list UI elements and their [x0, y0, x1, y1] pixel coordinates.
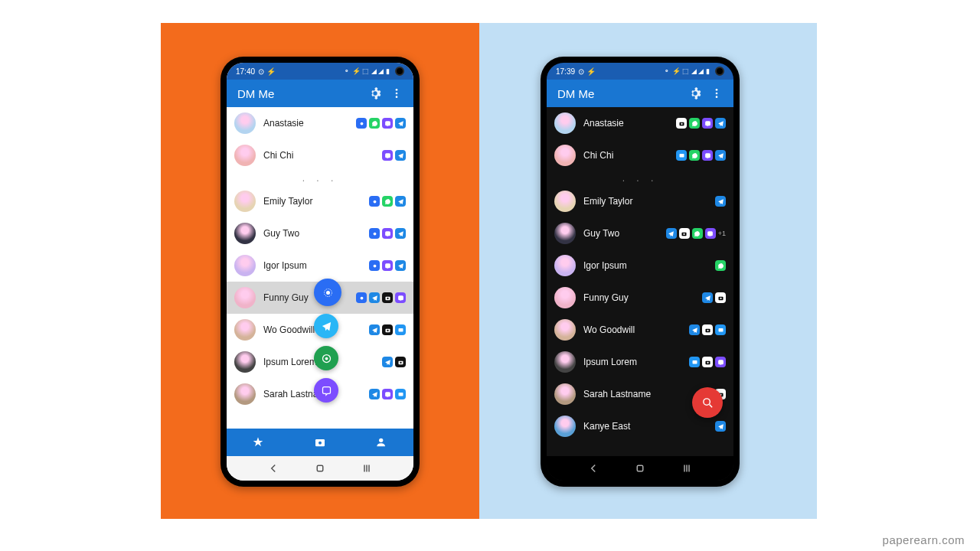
contact-row[interactable]: Funny Guy	[547, 282, 733, 314]
telegram-icon[interactable]	[395, 118, 406, 129]
camera-icon[interactable]	[702, 357, 713, 367]
viber-icon[interactable]	[705, 228, 716, 239]
nav-back[interactable]	[266, 461, 280, 475]
telegram-icon[interactable]	[369, 292, 380, 303]
contact-name: Anastasie	[583, 118, 668, 129]
telegram-icon[interactable]	[666, 228, 677, 239]
signal-icon[interactable]	[356, 292, 367, 303]
fab-whatsapp[interactable]	[314, 346, 338, 370]
app-chips	[689, 357, 726, 367]
viber-icon[interactable]	[382, 260, 393, 271]
msg-icon[interactable]	[395, 324, 406, 335]
msg-icon[interactable]	[395, 389, 406, 399]
signal-icon[interactable]	[369, 260, 380, 271]
fab-viber[interactable]	[314, 378, 338, 403]
viber-icon[interactable]	[395, 292, 406, 303]
camera-icon[interactable]	[679, 228, 690, 239]
camera-icon[interactable]	[382, 292, 393, 303]
svg-point-5	[373, 232, 376, 235]
tab-camera[interactable]	[289, 429, 351, 456]
camera-icon[interactable]	[676, 118, 687, 129]
contact-row[interactable]: Chi Chi	[547, 139, 733, 171]
telegram-icon[interactable]	[395, 260, 406, 271]
viber-icon[interactable]	[382, 118, 393, 129]
viber-icon[interactable]	[382, 389, 393, 399]
signal-icon[interactable]	[356, 118, 367, 129]
contact-row[interactable]: Guy Two	[227, 217, 413, 249]
system-nav	[227, 456, 413, 481]
svg-point-24	[716, 89, 718, 91]
camera-icon[interactable]	[702, 324, 713, 335]
contact-row[interactable]: Anastasie	[227, 107, 413, 139]
contact-row[interactable]: Anastasie	[547, 107, 733, 139]
contact-list[interactable]: AnastasieChi Chi. . .Emily TaylorGuy Two…	[547, 107, 733, 456]
contact-list[interactable]: AnastasieChi Chi. . .Emily TaylorGuy Two…	[227, 107, 413, 429]
msg-icon[interactable]	[715, 324, 726, 335]
settings-icon[interactable]	[689, 87, 701, 99]
camera-icon[interactable]	[715, 292, 726, 303]
tab-add-contact[interactable]	[351, 429, 413, 456]
whatsapp-icon[interactable]	[382, 196, 393, 207]
telegram-icon[interactable]	[689, 324, 700, 335]
contact-row[interactable]: Guy Two+1	[547, 217, 733, 249]
whatsapp-icon[interactable]	[715, 260, 726, 271]
fab-search[interactable]	[692, 387, 723, 418]
viber-icon[interactable]	[702, 118, 713, 129]
svg-point-7	[360, 296, 363, 299]
camera-icon[interactable]	[382, 324, 393, 335]
contact-row[interactable]: Emily Taylor	[547, 185, 733, 217]
telegram-icon[interactable]	[395, 228, 406, 239]
telegram-icon[interactable]	[715, 118, 726, 129]
whatsapp-icon[interactable]	[369, 118, 380, 129]
svg-point-21	[318, 442, 322, 445]
whatsapp-icon[interactable]	[689, 118, 700, 129]
avatar	[234, 223, 256, 244]
telegram-icon[interactable]	[715, 196, 726, 207]
more-icon[interactable]	[390, 87, 403, 99]
whatsapp-icon[interactable]	[692, 228, 703, 239]
signal-icon[interactable]	[369, 228, 380, 239]
section-separator: . . .	[547, 171, 733, 185]
svg-point-11	[387, 329, 388, 331]
nav-home[interactable]	[313, 461, 327, 475]
nav-home[interactable]	[633, 461, 647, 475]
signal-icon[interactable]	[369, 196, 380, 207]
viber-icon[interactable]	[382, 228, 393, 239]
telegram-icon[interactable]	[702, 292, 713, 303]
svg-point-22	[379, 439, 383, 442]
telegram-icon[interactable]	[395, 196, 406, 207]
more-icon[interactable]	[710, 87, 723, 99]
contact-name: Funny Guy	[583, 292, 694, 303]
viber-icon[interactable]	[382, 150, 393, 161]
settings-icon[interactable]	[369, 87, 381, 99]
fab-telegram[interactable]	[314, 314, 338, 338]
whatsapp-icon[interactable]	[689, 150, 700, 161]
tab-favorites[interactable]	[227, 429, 289, 456]
avatar	[554, 287, 576, 308]
contact-row[interactable]: Igor Ipsum	[227, 249, 413, 282]
telegram-icon[interactable]	[369, 389, 380, 399]
telegram-icon[interactable]	[382, 357, 393, 367]
viber-icon[interactable]	[715, 357, 726, 367]
nav-recent[interactable]	[360, 461, 374, 475]
contact-row[interactable]: Igor Ipsum	[547, 249, 733, 282]
contact-row[interactable]: Ipsum Lorem	[547, 346, 733, 378]
telegram-icon[interactable]	[715, 150, 726, 161]
nav-back[interactable]	[586, 461, 600, 475]
viber-icon[interactable]	[702, 150, 713, 161]
msg-icon[interactable]	[676, 150, 687, 161]
avatar	[234, 351, 256, 373]
telegram-icon[interactable]	[715, 421, 726, 432]
avatar	[554, 383, 576, 405]
svg-point-25	[716, 93, 718, 95]
fab-signal[interactable]	[314, 279, 341, 306]
telegram-icon[interactable]	[395, 150, 406, 161]
nav-recent[interactable]	[680, 461, 694, 475]
msg-icon[interactable]	[689, 357, 700, 367]
contact-row[interactable]: Emily Taylor	[227, 185, 413, 217]
telegram-icon[interactable]	[369, 324, 380, 335]
app-chips	[369, 228, 406, 239]
contact-row[interactable]: Wo Goodwill	[547, 314, 733, 346]
contact-row[interactable]: Chi Chi	[227, 139, 413, 171]
camera-icon[interactable]	[395, 357, 406, 367]
